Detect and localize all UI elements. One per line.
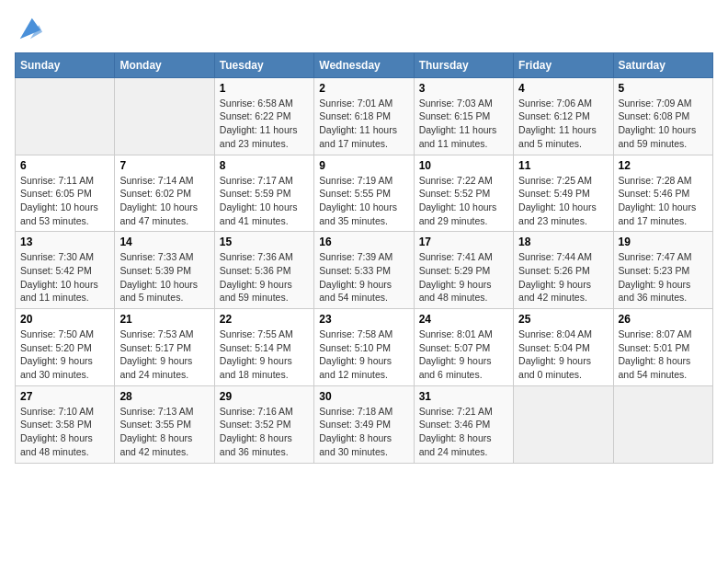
day-number: 30: [319, 390, 408, 403]
day-number: 4: [518, 82, 608, 95]
weekday-header: Tuesday: [214, 52, 313, 77]
logo-text: [15, 15, 42, 45]
calendar-cell: 22Sunrise: 7:55 AM Sunset: 5:14 PM Dayli…: [214, 309, 313, 386]
day-number: 14: [119, 236, 209, 248]
day-info: Sunrise: 7:41 AM Sunset: 5:29 PM Dayligh…: [419, 250, 508, 304]
day-info: Sunrise: 7:25 AM Sunset: 5:49 PM Dayligh…: [518, 174, 608, 228]
day-info: Sunrise: 7:50 AM Sunset: 5:20 PM Dayligh…: [20, 327, 109, 382]
weekday-header-row: SundayMondayTuesdayWednesdayThursdayFrid…: [16, 52, 713, 77]
day-info: Sunrise: 7:28 AM Sunset: 5:46 PM Dayligh…: [619, 174, 708, 228]
day-number: 28: [119, 390, 209, 403]
calendar-week-row: 6Sunrise: 7:11 AM Sunset: 6:05 PM Daylig…: [16, 155, 713, 232]
calendar-cell: 17Sunrise: 7:41 AM Sunset: 5:29 PM Dayli…: [414, 232, 513, 309]
day-info: Sunrise: 6:58 AM Sunset: 6:22 PM Dayligh…: [220, 97, 309, 151]
day-info: Sunrise: 7:44 AM Sunset: 5:26 PM Dayligh…: [518, 250, 608, 304]
calendar-cell: 12Sunrise: 7:28 AM Sunset: 5:46 PM Dayli…: [613, 155, 712, 232]
day-number: 29: [220, 390, 309, 403]
calendar-cell: 10Sunrise: 7:22 AM Sunset: 5:52 PM Dayli…: [414, 155, 513, 232]
day-info: Sunrise: 7:09 AM Sunset: 6:08 PM Dayligh…: [619, 97, 708, 151]
calendar-cell: 16Sunrise: 7:39 AM Sunset: 5:33 PM Dayli…: [314, 232, 414, 309]
calendar-cell: 24Sunrise: 8:01 AM Sunset: 5:07 PM Dayli…: [414, 309, 513, 386]
day-info: Sunrise: 7:22 AM Sunset: 5:52 PM Dayligh…: [419, 174, 508, 228]
day-number: 23: [319, 313, 408, 326]
weekday-header: Thursday: [414, 52, 513, 77]
day-number: 7: [119, 159, 209, 172]
calendar-cell: 30Sunrise: 7:18 AM Sunset: 3:49 PM Dayli…: [314, 385, 414, 463]
day-number: 31: [419, 390, 508, 403]
calendar-cell: 11Sunrise: 7:25 AM Sunset: 5:49 PM Dayli…: [514, 155, 613, 232]
day-number: 21: [119, 313, 209, 326]
day-info: Sunrise: 7:55 AM Sunset: 5:14 PM Dayligh…: [220, 327, 309, 382]
day-info: Sunrise: 7:21 AM Sunset: 3:46 PM Dayligh…: [419, 405, 508, 459]
day-number: 8: [220, 159, 309, 172]
day-info: Sunrise: 7:17 AM Sunset: 5:59 PM Dayligh…: [220, 174, 309, 228]
calendar-cell: 9Sunrise: 7:19 AM Sunset: 5:55 PM Daylig…: [314, 155, 414, 232]
calendar-cell: 15Sunrise: 7:36 AM Sunset: 5:36 PM Dayli…: [214, 232, 313, 309]
day-number: 15: [220, 236, 309, 248]
day-number: 3: [419, 82, 508, 95]
calendar-cell: [16, 77, 115, 155]
calendar-cell: 29Sunrise: 7:16 AM Sunset: 3:52 PM Dayli…: [214, 385, 313, 463]
weekday-header: Friday: [514, 52, 613, 77]
calendar-cell: [613, 385, 712, 463]
calendar-cell: 2Sunrise: 7:01 AM Sunset: 6:18 PM Daylig…: [314, 77, 414, 155]
day-number: 9: [319, 159, 408, 172]
day-number: 24: [419, 313, 508, 326]
day-number: 27: [20, 390, 109, 403]
calendar-week-row: 1Sunrise: 6:58 AM Sunset: 6:22 PM Daylig…: [16, 77, 713, 155]
calendar-cell: 14Sunrise: 7:33 AM Sunset: 5:39 PM Dayli…: [115, 232, 214, 309]
calendar-cell: 21Sunrise: 7:53 AM Sunset: 5:17 PM Dayli…: [115, 309, 214, 386]
weekday-header: Wednesday: [314, 52, 414, 77]
calendar-cell: 1Sunrise: 6:58 AM Sunset: 6:22 PM Daylig…: [214, 77, 313, 155]
day-number: 18: [518, 236, 608, 248]
calendar-cell: 26Sunrise: 8:07 AM Sunset: 5:01 PM Dayli…: [613, 309, 712, 386]
day-number: 20: [20, 313, 109, 326]
day-info: Sunrise: 7:39 AM Sunset: 5:33 PM Dayligh…: [319, 250, 408, 304]
calendar-cell: 6Sunrise: 7:11 AM Sunset: 6:05 PM Daylig…: [16, 155, 115, 232]
day-number: 5: [619, 82, 708, 95]
day-info: Sunrise: 7:11 AM Sunset: 6:05 PM Dayligh…: [20, 174, 109, 228]
day-number: 11: [518, 159, 608, 172]
page-header: [15, 15, 713, 45]
day-number: 26: [619, 313, 708, 326]
day-info: Sunrise: 7:19 AM Sunset: 5:55 PM Dayligh…: [319, 174, 408, 228]
day-info: Sunrise: 7:10 AM Sunset: 3:58 PM Dayligh…: [20, 405, 109, 459]
day-number: 25: [518, 313, 608, 326]
calendar-cell: 31Sunrise: 7:21 AM Sunset: 3:46 PM Dayli…: [414, 385, 513, 463]
weekday-header: Saturday: [613, 52, 712, 77]
day-info: Sunrise: 7:18 AM Sunset: 3:49 PM Dayligh…: [319, 405, 408, 459]
calendar-cell: 27Sunrise: 7:10 AM Sunset: 3:58 PM Dayli…: [16, 385, 115, 463]
calendar-table: SundayMondayTuesdayWednesdayThursdayFrid…: [15, 52, 713, 464]
calendar-cell: 20Sunrise: 7:50 AM Sunset: 5:20 PM Dayli…: [16, 309, 115, 386]
day-info: Sunrise: 7:14 AM Sunset: 6:02 PM Dayligh…: [119, 174, 209, 228]
calendar-cell: 19Sunrise: 7:47 AM Sunset: 5:23 PM Dayli…: [613, 232, 712, 309]
day-number: 2: [319, 82, 408, 95]
day-info: Sunrise: 7:36 AM Sunset: 5:36 PM Dayligh…: [220, 250, 309, 304]
day-number: 16: [319, 236, 408, 248]
day-info: Sunrise: 8:04 AM Sunset: 5:04 PM Dayligh…: [518, 327, 608, 382]
day-info: Sunrise: 7:13 AM Sunset: 3:55 PM Dayligh…: [119, 405, 209, 459]
day-number: 13: [20, 236, 109, 248]
calendar-cell: 28Sunrise: 7:13 AM Sunset: 3:55 PM Dayli…: [115, 385, 214, 463]
day-info: Sunrise: 7:47 AM Sunset: 5:23 PM Dayligh…: [619, 250, 708, 304]
calendar-cell: [115, 77, 214, 155]
calendar-cell: [514, 385, 613, 463]
day-info: Sunrise: 7:58 AM Sunset: 5:10 PM Dayligh…: [319, 327, 408, 382]
calendar-cell: 3Sunrise: 7:03 AM Sunset: 6:15 PM Daylig…: [414, 77, 513, 155]
day-number: 19: [619, 236, 708, 248]
logo: [15, 15, 42, 45]
calendar-cell: 7Sunrise: 7:14 AM Sunset: 6:02 PM Daylig…: [115, 155, 214, 232]
day-number: 6: [20, 159, 109, 172]
calendar-cell: 18Sunrise: 7:44 AM Sunset: 5:26 PM Dayli…: [514, 232, 613, 309]
day-info: Sunrise: 7:53 AM Sunset: 5:17 PM Dayligh…: [119, 327, 209, 382]
weekday-header: Monday: [115, 52, 214, 77]
day-info: Sunrise: 8:01 AM Sunset: 5:07 PM Dayligh…: [419, 327, 508, 382]
calendar-cell: 4Sunrise: 7:06 AM Sunset: 6:12 PM Daylig…: [514, 77, 613, 155]
day-info: Sunrise: 7:30 AM Sunset: 5:42 PM Dayligh…: [20, 250, 109, 304]
day-number: 10: [419, 159, 508, 172]
calendar-cell: 8Sunrise: 7:17 AM Sunset: 5:59 PM Daylig…: [214, 155, 313, 232]
calendar-cell: 25Sunrise: 8:04 AM Sunset: 5:04 PM Dayli…: [514, 309, 613, 386]
day-info: Sunrise: 8:07 AM Sunset: 5:01 PM Dayligh…: [619, 327, 708, 382]
day-number: 12: [619, 159, 708, 172]
day-info: Sunrise: 7:06 AM Sunset: 6:12 PM Dayligh…: [518, 97, 608, 151]
